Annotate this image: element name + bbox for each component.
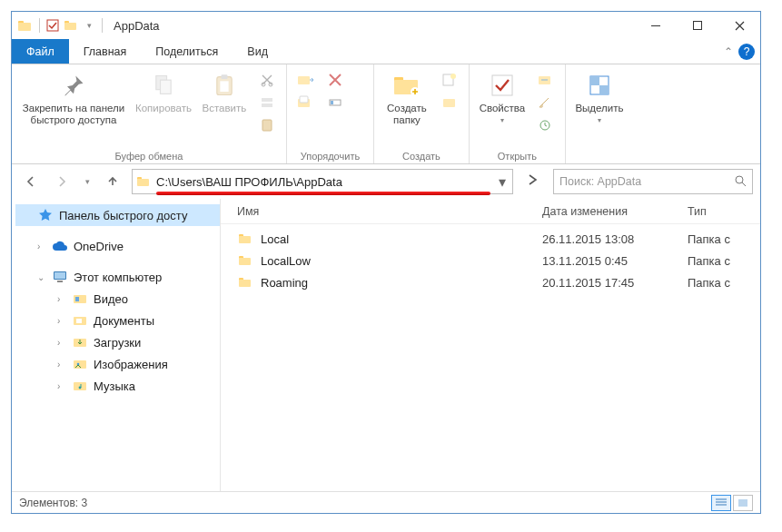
qat-folder-icon[interactable]: [64, 18, 78, 33]
svg-rect-28: [492, 75, 512, 95]
search-box[interactable]: Поиск: AppData: [553, 169, 753, 194]
music-folder-icon: [72, 378, 88, 394]
folder-icon: [237, 274, 253, 291]
nav-label: OneDrive: [74, 240, 124, 253]
address-folder-icon: [133, 175, 154, 188]
edit-icon[interactable]: [533, 93, 557, 113]
tab-view[interactable]: Вид: [233, 39, 282, 64]
new-item-icon[interactable]: [438, 70, 461, 90]
select-icon: [584, 70, 615, 101]
chevron-right-icon: ›: [57, 381, 66, 391]
col-date[interactable]: Дата изменения: [542, 205, 688, 218]
nav-music[interactable]: › Музыка: [15, 375, 220, 397]
properties-button[interactable]: Свойства ▾: [477, 68, 528, 126]
close-button[interactable]: [718, 12, 760, 39]
file-date: 13.11.2015 0:45: [542, 254, 688, 268]
qat-properties-icon[interactable]: [45, 18, 60, 33]
svg-rect-54: [239, 280, 251, 287]
pin-icon: [58, 70, 89, 101]
list-item[interactable]: Local 26.11.2015 13:08 Папка с: [221, 228, 760, 250]
svg-rect-8: [160, 80, 171, 94]
list-item[interactable]: Roaming 20.11.2015 17:45 Папка с: [221, 271, 760, 293]
file-type: Папка с: [688, 276, 760, 290]
nav-quick-access[interactable]: Панель быстрого досту: [15, 204, 220, 226]
nav-videos[interactable]: › Видео: [15, 288, 220, 310]
chevron-right-icon: ›: [57, 294, 66, 304]
svg-rect-5: [651, 25, 660, 26]
file-list: Имя Дата изменения Тип Local 26.11.2015 …: [221, 199, 760, 491]
downloads-folder-icon: [72, 334, 88, 350]
nav-documents[interactable]: › Документы: [15, 310, 220, 331]
icons-view-toggle[interactable]: [733, 495, 753, 511]
svg-rect-43: [76, 319, 82, 323]
svg-point-26: [450, 74, 456, 79]
ribbon: Закрепить на панели быстрого доступа Коп…: [12, 64, 760, 164]
file-name: LocalLow: [261, 254, 311, 268]
new-folder-button[interactable]: Создать папку: [381, 68, 432, 128]
forward-button[interactable]: [50, 170, 74, 193]
copy-icon: [148, 70, 179, 101]
copy-to-icon[interactable]: [294, 93, 318, 113]
tab-file[interactable]: Файл: [12, 39, 69, 64]
open-icon[interactable]: [533, 70, 557, 90]
details-view-toggle[interactable]: [711, 495, 731, 511]
paste-button[interactable]: Вставить: [199, 68, 250, 116]
collapse-ribbon-icon[interactable]: ⌃: [724, 45, 733, 58]
maximize-button[interactable]: [677, 12, 718, 39]
col-type[interactable]: Тип: [688, 205, 760, 218]
move-to-icon[interactable]: [294, 70, 318, 90]
select-label: Выделить: [575, 103, 623, 114]
chevron-right-icon: ›: [37, 241, 46, 251]
nav-this-pc[interactable]: ⌄ Этот компьютер: [15, 266, 220, 288]
copy-button[interactable]: Копировать: [134, 68, 193, 116]
status-bar: Элементов: 3: [12, 491, 760, 513]
back-button[interactable]: [19, 170, 43, 193]
svg-rect-4: [64, 23, 76, 30]
select-button[interactable]: Выделить ▾: [573, 68, 625, 126]
paste-label: Вставить: [203, 103, 247, 114]
status-item-count: Элементов: 3: [19, 497, 87, 509]
svg-rect-15: [262, 103, 272, 107]
recent-locations-button[interactable]: ▾: [81, 170, 94, 193]
copy-path-icon[interactable]: [255, 93, 279, 113]
search-placeholder: Поиск: AppData: [559, 175, 641, 188]
svg-rect-50: [239, 236, 251, 243]
address-bar[interactable]: C:\Users\ВАШ ПРОФИЛЬ\AppData ▾: [132, 169, 513, 194]
nav-downloads[interactable]: › Загрузки: [15, 331, 220, 353]
clipboard-group-label: Буфер обмена: [19, 149, 279, 162]
qat-dropdown-icon[interactable]: ▾: [82, 18, 96, 33]
minimize-button[interactable]: [635, 12, 677, 39]
easy-access-icon[interactable]: [438, 93, 461, 113]
folder-icon: [237, 252, 253, 269]
properties-icon: [487, 70, 518, 101]
address-path: C:\Users\ВАШ ПРОФИЛЬ\AppData: [154, 175, 492, 189]
help-button[interactable]: ?: [738, 44, 755, 60]
pin-quick-access-button[interactable]: Закрепить на панели быстрого доступа: [19, 68, 128, 128]
svg-rect-47: [74, 382, 86, 390]
cut-icon[interactable]: [255, 70, 279, 90]
up-button[interactable]: [101, 170, 124, 193]
app-folder-icon: [17, 18, 32, 33]
nav-pictures[interactable]: › Изображения: [15, 353, 220, 375]
svg-rect-21: [331, 101, 333, 104]
list-item[interactable]: LocalLow 13.11.2015 0:45 Папка с: [221, 250, 760, 271]
svg-rect-52: [239, 258, 251, 265]
delete-icon[interactable]: [323, 70, 347, 90]
paste-shortcut-icon[interactable]: [255, 115, 279, 135]
rename-icon[interactable]: [323, 93, 347, 113]
address-dropdown-icon[interactable]: ▾: [492, 173, 512, 191]
separator: [39, 18, 40, 33]
properties-label: Свойства: [480, 103, 526, 114]
history-icon[interactable]: [533, 115, 557, 135]
ribbon-tabs: Файл Главная Поделиться Вид ⌃ ?: [12, 39, 760, 64]
folder-icon: [237, 231, 253, 247]
col-name[interactable]: Имя: [221, 205, 542, 218]
copy-label: Копировать: [135, 103, 192, 114]
chevron-right-icon: ›: [57, 360, 66, 369]
separator: [102, 18, 103, 33]
tab-home[interactable]: Главная: [69, 39, 142, 64]
window-controls: [635, 12, 760, 39]
nav-onedrive[interactable]: › OneDrive: [15, 235, 220, 257]
tab-share[interactable]: Поделиться: [141, 39, 233, 64]
go-button[interactable]: [526, 172, 540, 191]
